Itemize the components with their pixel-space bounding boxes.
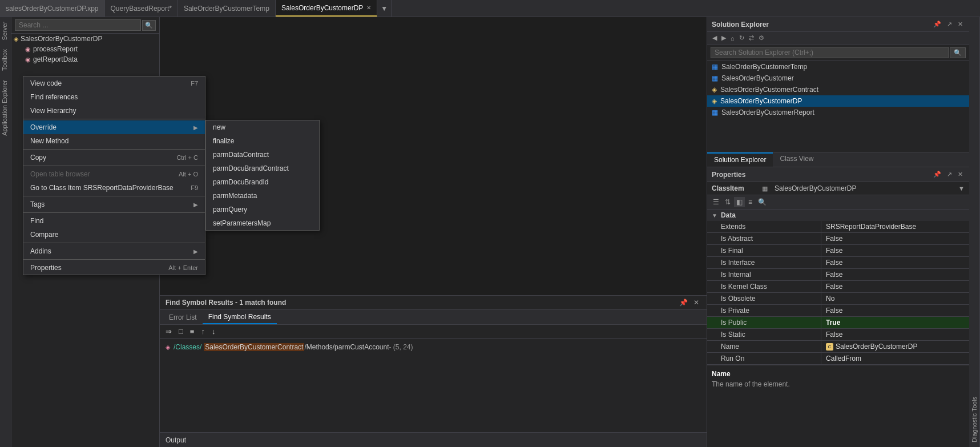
props-tb-proppage[interactable]: ≡ [746, 197, 755, 207]
submenu-item-parmdocubrandcontract[interactable]: parmDocuBrandContract [206, 162, 319, 175]
find-header-controls: 📌 ✕ [677, 298, 701, 307]
props-pin-button[interactable]: 📌 [931, 170, 943, 179]
output-bar: Output [160, 432, 707, 447]
props-tb-categorized[interactable]: ☰ [711, 197, 721, 207]
menu-label-override: Override [30, 123, 57, 131]
sidebar-label-application-explorer[interactable]: Application Explorer [0, 75, 11, 140]
sol-item-table-icon: ▦ [712, 63, 718, 71]
tab-close-icon[interactable]: ✕ [366, 5, 371, 11]
menu-label-addins: Addins [30, 247, 51, 255]
tab-error-list[interactable]: Error List [163, 311, 203, 324]
find-result-item[interactable]: ◈ /Classes/ SalesOrderByCustomerContract… [166, 342, 701, 352]
sol-item-salesorderbycustomerreport[interactable]: ▦ SalesOrderByCustomerReport [707, 107, 969, 118]
props-tb-filter[interactable]: ◧ [734, 197, 745, 207]
tab-solution-explorer[interactable]: Solution Explorer [707, 152, 773, 167]
menu-separator-2 [23, 149, 205, 150]
find-results-title: Find Symbol Results - 1 match found [166, 299, 286, 307]
tree-item-getReportData[interactable]: ◉ getReportData [11, 54, 159, 65]
find-result-class: SalesOrderByCustomerContract [204, 343, 304, 351]
toolbar-btn-5[interactable]: ↓ [209, 326, 218, 337]
tab-salesorderbyCustomerDP-xpp[interactable]: salesOrderByCustomerDP.xpp [0, 0, 105, 17]
solution-search-input[interactable] [711, 47, 949, 58]
tab-find-symbol-results[interactable]: Find Symbol Results [203, 311, 277, 324]
explorer-search-bar: 🔍 [11, 17, 159, 34]
submenu-item-setparametersmap[interactable]: setParametersMap [206, 216, 319, 230]
find-result-loc: - (5, 24) [389, 343, 413, 351]
context-menu-compare[interactable]: Compare [23, 228, 205, 241]
props-row-isstatic: Is Static False [707, 329, 969, 341]
sol-item-saleorderbycustomertemp[interactable]: ▦ SaleOrderByCustomerTemp [707, 61, 969, 73]
menu-label-compare: Compare [30, 231, 58, 239]
sol-toolbar-home[interactable]: ⌂ [729, 34, 736, 42]
toolbar-btn-2[interactable]: □ [176, 326, 185, 337]
props-key-iskernelclass: Is Kernel Class [707, 281, 821, 292]
menu-label-copy: Copy [30, 154, 46, 162]
toolbar-btn-4[interactable]: ↑ [199, 326, 207, 337]
tree-root-item[interactable]: ◈ SalesOrderByCustomerDP [11, 34, 159, 44]
sol-toolbar-back[interactable]: ◀ [711, 34, 719, 42]
tab-class-view[interactable]: Class View [773, 152, 820, 167]
props-val-name: C SalesOrderByCustomerDP [821, 341, 969, 352]
tab-querybasedreport[interactable]: QueryBasedReport* [105, 0, 178, 17]
submenu-item-parmdocubrandid[interactable]: parmDocuBrandId [206, 175, 319, 189]
context-menu-view-hierarchy[interactable]: View Hierarchy [23, 104, 205, 118]
panel-tabs: Solution Explorer Class View [707, 152, 969, 167]
explorer-search-button[interactable]: 🔍 [142, 20, 156, 31]
context-menu-find-references[interactable]: Find references [23, 90, 205, 104]
properties-controls: 📌 ↗ ✕ [931, 170, 965, 179]
tab-overflow-button[interactable]: ▼ [377, 0, 392, 17]
props-val-isfinal: False [821, 245, 969, 256]
classitem-dropdown-arrow[interactable]: ▼ [958, 185, 965, 192]
sol-toolbar-settings[interactable]: ⚙ [757, 34, 766, 42]
sol-item-salesorderbycustomerdp[interactable]: ◈ SalesOrderByCustomerDP [707, 95, 969, 107]
props-tb-search[interactable]: 🔍 [756, 197, 769, 207]
context-menu-addins[interactable]: Addins ▶ [23, 244, 205, 258]
toolbar-btn-1[interactable]: ⇒ [163, 326, 174, 337]
submenu-item-parmquery[interactable]: parmQuery [206, 203, 319, 216]
context-menu-copy[interactable]: Copy Ctrl + C [23, 151, 205, 164]
find-close-button[interactable]: ✕ [692, 298, 701, 307]
find-pin-button[interactable]: 📌 [677, 298, 689, 307]
context-menu-override[interactable]: Override ▶ [23, 120, 205, 134]
solution-search-button[interactable]: 🔍 [950, 47, 966, 58]
context-menu-properties[interactable]: Properties Alt + Enter [23, 261, 205, 275]
context-menu-find[interactable]: Find [23, 214, 205, 228]
sol-item-salesorderbycustomer[interactable]: ▦ SalesOrderByCustomer [707, 73, 969, 84]
sol-toolbar-forward[interactable]: ▶ [720, 34, 728, 42]
diagnostic-tools-label[interactable]: Diagnostic Tools [969, 17, 980, 447]
submenu-item-parmmetadata[interactable]: parmMetadata [206, 189, 319, 203]
tree-item-label: getReportData [33, 55, 78, 63]
sol-btn-close[interactable]: ✕ [956, 20, 965, 29]
sol-btn-arrow[interactable]: ↗ [945, 20, 954, 29]
context-menu-goto-class[interactable]: Go to Class Item SRSReportDataProviderBa… [23, 181, 205, 195]
context-menu-view-code[interactable]: View code F7 [23, 76, 205, 90]
props-tb-alphabetical[interactable]: ⇅ [723, 197, 733, 207]
props-close-button[interactable]: ✕ [956, 170, 965, 179]
tree-item-processReport[interactable]: ◉ processReport [11, 44, 159, 54]
context-menu-new-method[interactable]: New Method [23, 134, 205, 148]
sol-toolbar: ◀ ▶ ⌂ ↻ ⇄ ⚙ [707, 32, 969, 45]
submenu-item-finalize[interactable]: finalize [206, 134, 319, 148]
submenu-item-new[interactable]: new [206, 120, 319, 134]
props-row-runon: Run On CalledFrom [707, 353, 969, 365]
context-menu-tags[interactable]: Tags ▶ [23, 198, 205, 211]
props-arrow-button[interactable]: ↗ [945, 170, 954, 179]
menu-separator-1 [23, 119, 205, 119]
find-result-path: /Classes/ [174, 343, 201, 351]
sol-toolbar-refresh[interactable]: ↻ [737, 34, 746, 42]
sol-item-salesorderbycustomercontract[interactable]: ◈ SalesOrderByCustomerContract [707, 84, 969, 95]
name-value: SalesOrderByCustomerDP [836, 343, 917, 351]
tab-salesorderbycustomerdp[interactable]: SalesOrderByCustomerDP ✕ [276, 0, 377, 17]
sidebar-label-server[interactable]: Server [0, 17, 11, 45]
menu-shortcut-view-code: F7 [191, 80, 198, 87]
toolbar-btn-3[interactable]: ≡ [188, 326, 197, 337]
tab-saleorderbycustomertemp[interactable]: SaleOrderByCustomerTemp [178, 0, 276, 17]
sidebar-label-toolbox[interactable]: Toolbox [0, 45, 11, 75]
submenu-item-parmdatacontract[interactable]: parmDataContract [206, 148, 319, 162]
props-key-isfinal: Is Final [707, 245, 821, 256]
explorer-search-input[interactable] [15, 19, 141, 31]
sol-btn-pin[interactable]: 📌 [931, 20, 943, 29]
props-section-data[interactable]: ▼ Data [707, 210, 969, 221]
tree-item-icon: ◉ [25, 46, 31, 53]
sol-toolbar-sync[interactable]: ⇄ [747, 34, 756, 42]
